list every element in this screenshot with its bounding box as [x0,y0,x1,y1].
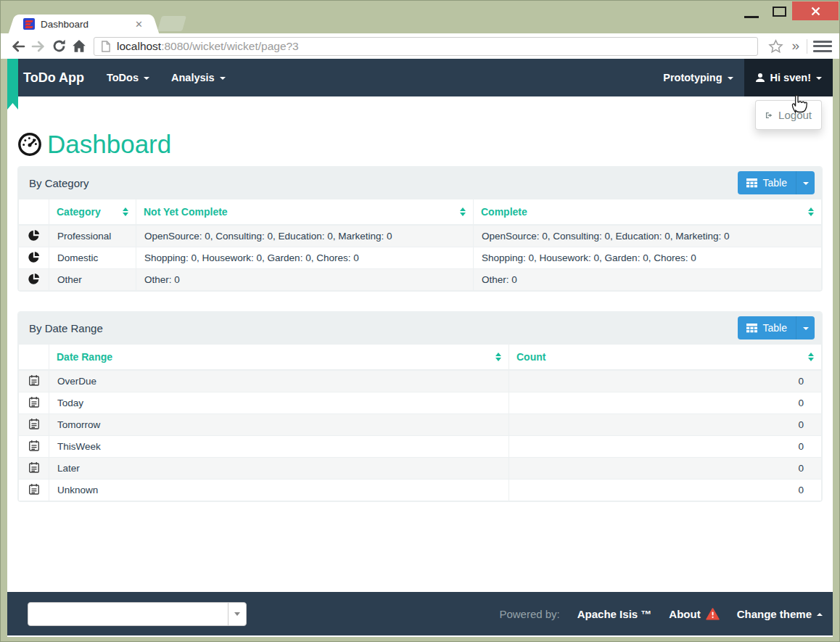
row-icon-cell [19,225,49,247]
bookmark-star-button[interactable] [765,36,786,57]
by-category-table: Category Not Yet Complete Complete Profe… [18,199,822,291]
back-button[interactable] [8,36,28,57]
page-viewport: ToDo App ToDos Analysis Prototyping Hi [7,59,833,637]
pie-chart-icon [28,229,40,242]
table-view-button[interactable]: Table [738,171,796,194]
cell-not-yet-complete: Other: 0 [136,269,474,291]
apache-isis-link[interactable]: Apache Isis ™ [577,608,652,620]
menu-todos[interactable]: ToDos [96,59,160,96]
prototype-ribbon [7,59,18,110]
row-icon-cell [19,247,49,269]
close-icon [811,7,820,16]
table-row[interactable]: Domestic Shopping: 0, Housework: 0, Gard… [19,247,822,269]
tab-close-icon[interactable]: ✕ [133,18,144,30]
chevron-down-icon [803,182,809,185]
about-link[interactable]: About [669,608,719,620]
table-row[interactable]: ThisWeek 0 [19,436,822,458]
table-row[interactable]: Unknown 0 [19,480,822,501]
url-bar[interactable]: localhost:8080/wicket/wicket/page?3 [94,37,758,56]
url-text: localhost:8080/wicket/wicket/page?3 [117,40,299,53]
menu-prototyping[interactable]: Prototyping [652,59,744,96]
table-row[interactable]: OverDue 0 [19,370,822,392]
cell-date-range: Today [49,392,509,414]
calendar-icon [28,483,40,495]
url-host: localhost [117,40,161,52]
footer-links: Powered by: Apache Isis ™ About Change t… [499,608,823,620]
column-header-date-range[interactable]: Date Range [49,345,509,371]
chevron-down-icon [220,77,226,80]
column-header-complete[interactable]: Complete [474,199,822,226]
column-label: Not Yet Complete [144,206,228,218]
cell-date-range: Tomorrow [49,414,509,436]
table-row[interactable]: Later 0 [19,458,822,480]
menu-analysis-label: Analysis [171,72,215,83]
close-button[interactable] [792,1,839,20]
table-row[interactable]: Tomorrow 0 [19,414,822,436]
new-tab-button[interactable] [157,16,186,31]
browser-tab[interactable]: Dashboard ✕ [17,15,151,33]
view-selector-by-category: Table [738,171,815,194]
by-date-range-table: Date Range Count OverDue 0 Today [18,344,822,501]
home-button[interactable] [69,36,89,57]
calendar-icon [28,374,40,387]
view-dropdown-toggle[interactable] [796,171,815,194]
column-label: Date Range [57,351,112,363]
search-input[interactable] [28,603,228,625]
about-label: About [669,608,700,620]
menu-analysis[interactable]: Analysis [160,59,236,96]
row-icon-cell [19,414,49,436]
app-brand[interactable]: ToDo App [7,59,96,96]
logout-menu-item[interactable]: Logout [756,106,821,124]
chevron-down-icon [728,77,733,80]
cell-category: Other [49,269,136,291]
reload-button[interactable] [49,36,69,57]
overflow-chevrons-button[interactable]: » [791,38,799,54]
table-row[interactable]: Professional OpenSource: 0, Consulting: … [19,225,822,247]
cell-count: 0 [509,370,822,392]
column-label: Category [57,206,101,218]
change-theme-link[interactable]: Change theme [737,608,823,620]
row-icon-cell [19,458,49,480]
cell-not-yet-complete: Shopping: 0, Housework: 0, Garden: 0, Ch… [136,247,474,269]
sort-icon [808,353,814,361]
cell-category: Domestic [49,247,136,269]
warning-icon [706,608,720,620]
cell-date-range: OverDue [49,370,509,392]
search-combobox[interactable] [28,602,247,626]
maximize-button[interactable] [767,5,791,20]
row-icon-cell [19,480,49,501]
panel-by-category-heading: By Category Table [18,167,822,199]
app-footer: Powered by: Apache Isis ™ About Change t… [7,592,833,635]
row-icon-cell [19,269,49,291]
forward-icon [30,39,46,54]
reload-icon [52,38,67,54]
sort-icon [460,207,466,216]
column-header-count[interactable]: Count [509,345,822,371]
calendar-icon [28,396,40,408]
calendar-icon [28,440,40,452]
table-header-row: Date Range Count [19,345,822,371]
cell-complete: Shopping: 0, Housework: 0, Garden: 0, Ch… [474,247,822,269]
menu-todos-label: ToDos [107,72,139,83]
column-header-category[interactable]: Category [49,199,136,226]
view-selector-by-date-range: Table [738,316,815,339]
cell-category: Professional [49,225,136,247]
column-label: Complete [481,206,527,218]
view-dropdown-toggle[interactable] [796,316,815,339]
user-menu[interactable]: Hi sven! [744,59,833,96]
table-view-button[interactable]: Table [738,316,796,339]
table-row[interactable]: Other Other: 0 Other: 0 [19,269,822,291]
combobox-dropdown-toggle[interactable] [228,603,246,625]
forward-button[interactable] [28,36,49,57]
logout-icon [765,110,773,120]
minimize-button[interactable] [739,5,764,20]
cell-not-yet-complete: OpenSource: 0, Consulting: 0, Education:… [136,225,474,247]
icon-column-header [19,199,49,226]
chevron-down-icon [144,77,149,80]
column-header-not-yet-complete[interactable]: Not Yet Complete [136,199,474,226]
table-row[interactable]: Today 0 [19,392,822,414]
table-view-label: Table [763,322,787,334]
calendar-icon [28,418,40,430]
browser-menu-button[interactable] [813,38,832,54]
page-title-text: Dashboard [47,130,171,159]
